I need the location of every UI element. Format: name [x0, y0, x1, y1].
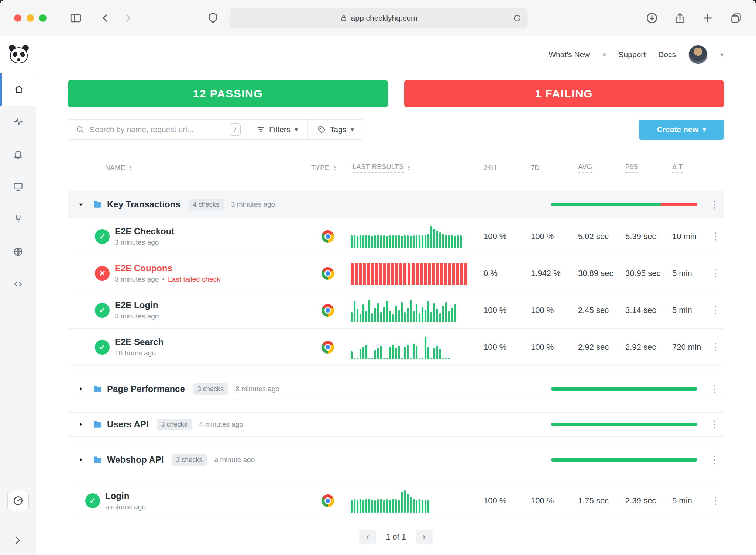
new-tab-icon[interactable] [701, 12, 714, 24]
check-row[interactable]: ✕E2E Coupons3 minutes ago•Last failed ch… [68, 255, 724, 292]
minimize-window-button[interactable] [27, 14, 34, 22]
tag-icon [317, 125, 326, 134]
check-name[interactable]: E2E Search [115, 337, 164, 347]
kebab-menu-button[interactable]: ⋮ [707, 418, 722, 431]
results-sparkline[interactable] [351, 335, 481, 359]
passing-banner[interactable]: 12 PASSING [68, 80, 388, 107]
kebab-menu-button[interactable]: ⋮ [708, 230, 724, 243]
sidebar-expand-icon[interactable] [13, 535, 23, 545]
check-row[interactable]: ✓E2E Login3 minutes ago100 %100 %2.45 se… [68, 292, 724, 329]
column-7d[interactable]: 7D [529, 164, 576, 172]
check-24h-value: 100 % [481, 342, 529, 352]
zoom-window-button[interactable] [39, 14, 47, 22]
sidebar-item-fork[interactable] [0, 203, 36, 235]
results-sparkline[interactable] [351, 225, 481, 248]
user-avatar[interactable] [688, 45, 708, 64]
sort-icon[interactable]: ▲▼ [407, 165, 411, 171]
privacy-shield-icon[interactable] [207, 12, 219, 24]
column-avg[interactable]: AVG [576, 163, 623, 173]
close-window-button[interactable] [14, 14, 21, 22]
create-new-button[interactable]: Create new ▾ [639, 120, 724, 140]
chevron-down-icon[interactable] [78, 201, 84, 208]
sort-icon[interactable]: ▲▼ [333, 165, 337, 171]
next-page-button[interactable]: › [416, 530, 433, 544]
forward-icon[interactable] [122, 12, 134, 24]
kebab-menu-button[interactable]: ⋮ [708, 494, 724, 507]
results-sparkline[interactable] [351, 299, 481, 322]
group-row[interactable]: Page Performance3 checks8 minutes ago⋮ [68, 377, 724, 401]
gauge-icon [13, 495, 24, 506]
kebab-menu-button[interactable]: ⋮ [707, 454, 722, 466]
last-failed-check-link[interactable]: Last failed check [168, 275, 220, 283]
check-row[interactable]: ✓Logina minute ago100 %100 %1.75 sec2.39… [68, 483, 724, 518]
group-name: Page Performance [107, 384, 185, 394]
sidebar-item-activity[interactable] [0, 106, 36, 138]
check-row[interactable]: ✓E2E Checkout3 minutes ago100 %100 %5.02… [68, 218, 724, 255]
tab-overview-icon[interactable] [730, 12, 742, 24]
kebab-menu-button[interactable]: ⋮ [708, 341, 724, 354]
search-input[interactable] [90, 125, 224, 134]
sidebar-toggle-icon[interactable] [69, 12, 82, 24]
check-name[interactable]: E2E Coupons [115, 263, 220, 273]
check-name[interactable]: E2E Checkout [115, 226, 174, 237]
sidebar-item-code[interactable] [0, 268, 36, 300]
status-banners: 12 PASSING 1 FAILING [68, 80, 724, 107]
monitor-icon [13, 182, 23, 192]
sort-icon[interactable]: ▲▼ [128, 165, 133, 171]
results-sparkline[interactable] [351, 262, 481, 285]
account-menu-caret-icon[interactable]: ▾ [720, 51, 724, 59]
group-name: Users API [107, 419, 149, 430]
browser-window: app.checklyhq.com What's New Support Do [0, 0, 756, 555]
sidebar-item-bell[interactable] [0, 138, 36, 170]
group-checks-badge: 3 checks [193, 383, 228, 395]
group-row[interactable]: Users API3 checks4 minutes ago⋮ [68, 412, 724, 437]
downloads-icon[interactable] [646, 12, 658, 24]
support-link[interactable]: Support [619, 50, 646, 59]
check-deltat-value: 5 min [670, 269, 707, 278]
whats-new-link[interactable]: What's New [549, 50, 590, 59]
chevron-right-icon[interactable] [78, 456, 84, 463]
check-group: Webshop API2 checksa minute ago⋮ [68, 448, 724, 472]
group-row[interactable]: Webshop API2 checksa minute ago⋮ [68, 448, 724, 472]
header-links: What's New Support Docs ▾ [549, 36, 724, 73]
group-updated-time: 4 minutes ago [199, 420, 243, 428]
sidebar-item-home[interactable] [0, 73, 36, 106]
address-bar[interactable]: app.checklyhq.com [230, 8, 528, 28]
status-dial-button[interactable] [7, 490, 29, 511]
results-sparkline[interactable] [351, 489, 481, 513]
refresh-icon[interactable] [513, 14, 522, 23]
filters-button[interactable]: Filters ▾ [247, 120, 307, 139]
column-delta-t[interactable]: Δ T [670, 163, 707, 173]
search-box[interactable]: / [68, 120, 247, 139]
column-type[interactable]: TYPE ▲▼ [311, 164, 344, 172]
group-progress-bar [551, 423, 697, 426]
column-last-results[interactable]: LAST RESULTS ▲▼ [344, 163, 481, 173]
chevron-right-icon[interactable] [78, 386, 84, 392]
group-progress-bar [551, 387, 697, 391]
kebab-menu-button[interactable]: ⋮ [708, 267, 724, 280]
column-name[interactable]: NAME ▲▼ [68, 164, 311, 172]
sidebar-item-monitor[interactable] [0, 170, 36, 203]
kebab-menu-button[interactable]: ⋮ [707, 198, 722, 211]
check-p95-value: 3.14 sec [623, 306, 670, 315]
failing-banner[interactable]: 1 FAILING [404, 80, 724, 107]
group-row[interactable]: Key Transactions4 checks3 minutes ago⋮ [68, 191, 724, 218]
sidebar-item-globe[interactable] [0, 235, 36, 268]
back-icon[interactable] [99, 12, 111, 24]
checkly-logo[interactable] [8, 44, 30, 65]
check-row[interactable]: ✓E2E Search10 hours ago100 %100 %2.92 se… [68, 329, 724, 366]
share-icon[interactable] [674, 12, 686, 24]
check-name[interactable]: Login [105, 491, 146, 501]
tags-button[interactable]: Tags ▾ [307, 120, 364, 139]
group-checks-badge: 4 checks [189, 199, 224, 210]
docs-link[interactable]: Docs [658, 50, 676, 59]
check-name[interactable]: E2E Login [115, 300, 159, 310]
column-24h[interactable]: 24H [481, 164, 529, 172]
kebab-menu-button[interactable]: ⋮ [708, 304, 724, 317]
check-7d-value: 1.942 % [529, 269, 576, 278]
kebab-menu-button[interactable]: ⋮ [707, 383, 722, 396]
column-p95[interactable]: P95 [623, 163, 670, 173]
previous-page-button[interactable]: ‹ [359, 530, 376, 544]
chevron-right-icon[interactable] [78, 421, 84, 428]
sidebar-nav [0, 73, 36, 555]
